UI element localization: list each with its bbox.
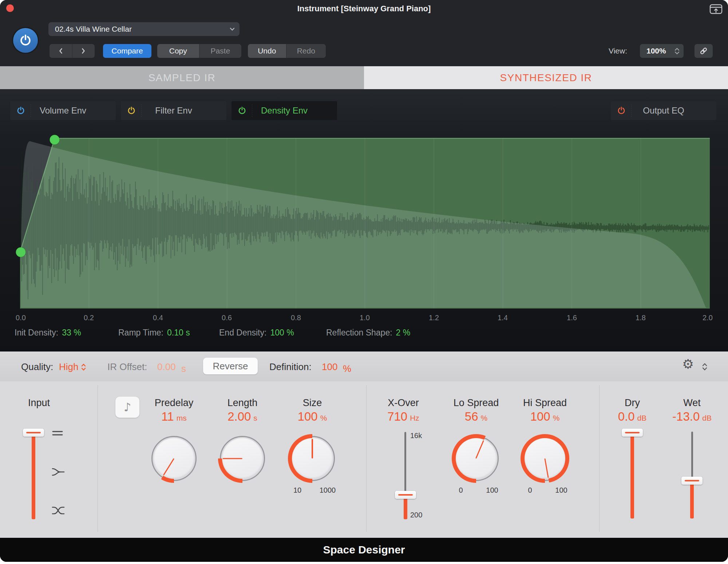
volume-env-label: Volume Env xyxy=(40,106,86,116)
ir-offset-value[interactable]: 0.00 xyxy=(157,361,176,373)
quality-value[interactable]: High xyxy=(59,361,78,373)
input-slider-track[interactable] xyxy=(32,436,35,519)
plugin-power-button[interactable] xyxy=(13,28,38,53)
hi-spread-knob[interactable] xyxy=(521,434,569,483)
x-tick: 0.8 xyxy=(291,314,301,322)
xover-max-label: 16k xyxy=(410,432,422,440)
preset-nav-group xyxy=(50,44,95,58)
settings-stepper-icon[interactable] xyxy=(702,362,708,371)
reverse-button[interactable]: Reverse xyxy=(203,358,258,374)
input-label: Input xyxy=(28,397,50,409)
filter-env-button[interactable]: Filter Env xyxy=(121,101,226,120)
redo-button[interactable]: Redo xyxy=(286,44,326,58)
ramp-time-readout[interactable]: Ramp Time: 0.10 s xyxy=(118,328,190,338)
wet-label: Wet xyxy=(683,397,701,409)
tempo-sync-button[interactable]: ♪ xyxy=(115,397,139,418)
volume-env-button[interactable]: Volume Env xyxy=(10,101,116,120)
lo-spread-value[interactable]: 56 % xyxy=(465,410,487,424)
predelay-value[interactable]: 11 ms xyxy=(161,410,186,424)
dry-slider-track[interactable] xyxy=(630,436,634,519)
ramp-time-handle[interactable] xyxy=(50,135,60,145)
power-icon xyxy=(19,33,32,47)
input-slider-handle[interactable] xyxy=(23,429,44,437)
predelay-knob[interactable] xyxy=(150,434,198,483)
lo-spread-max-label: 100 xyxy=(486,486,498,495)
paste-button[interactable]: Paste xyxy=(199,44,242,58)
preset-name: 02.4s Villa Wine Cellar xyxy=(55,25,132,33)
hi-spread-value[interactable]: 100 % xyxy=(530,410,560,424)
output-eq-button[interactable]: Output EQ xyxy=(611,101,716,120)
copy-button[interactable]: Copy xyxy=(157,44,199,58)
divider xyxy=(31,104,31,117)
density-env-button[interactable]: Density Env xyxy=(232,101,337,120)
dry-value[interactable]: 0.0 dB xyxy=(618,410,647,424)
x-tick: 0.2 xyxy=(84,314,94,322)
power-icon xyxy=(16,106,25,115)
dry-slider-handle[interactable] xyxy=(622,429,643,437)
tab-sampled-ir[interactable]: SAMPLED IR xyxy=(0,66,364,89)
view-zoom-value: 100% xyxy=(646,47,666,55)
lo-spread-label: Lo Spread xyxy=(454,397,499,409)
footer-bar: Space Designer xyxy=(0,538,728,562)
definition-value[interactable]: 100 xyxy=(322,361,337,373)
wet-value[interactable]: -13.0 dB xyxy=(672,410,712,424)
divider xyxy=(599,385,600,532)
dry-label: Dry xyxy=(625,397,640,409)
x-tick: 0.0 xyxy=(16,314,26,322)
size-knob[interactable] xyxy=(288,434,337,483)
undo-button[interactable]: Undo xyxy=(248,44,286,58)
xover-label: X-Over xyxy=(388,397,419,409)
copy-paste-group: Copy Paste xyxy=(157,44,241,58)
next-preset-button[interactable] xyxy=(72,44,95,58)
crossfeed-input-icon[interactable] xyxy=(51,506,66,515)
hi-spread-min-label: 0 xyxy=(528,486,532,495)
view-zoom-stepper[interactable]: 100% xyxy=(640,44,684,58)
size-label: Size xyxy=(303,397,322,409)
link-button[interactable] xyxy=(695,44,713,58)
envelope-display-region: Volume Env Filter Env Density Env Output… xyxy=(0,89,728,351)
ir-offset-unit: s xyxy=(181,363,186,374)
power-icon xyxy=(127,106,136,115)
ir-envelope-chart[interactable] xyxy=(0,89,728,351)
x-tick: 1.2 xyxy=(429,314,439,322)
x-tick: 0.4 xyxy=(153,314,163,322)
lo-spread-knob[interactable] xyxy=(452,434,500,483)
x-tick: 1.4 xyxy=(498,314,508,322)
length-value[interactable]: 2.00 s xyxy=(228,410,257,424)
quality-label: Quality: xyxy=(21,361,53,373)
tab-synthesized-ir[interactable]: SYNTHESIZED IR xyxy=(364,66,728,89)
hi-spread-label: Hi Spread xyxy=(523,397,567,409)
divider xyxy=(252,104,252,117)
x-tick: 1.0 xyxy=(360,314,370,322)
gear-icon[interactable]: ⚙ xyxy=(682,357,694,372)
wet-slider-fill[interactable] xyxy=(690,483,694,519)
merge-input-icon[interactable] xyxy=(51,467,66,477)
space-designer-window: Instrument [Steinway Grand Piano] 02.4s … xyxy=(0,0,728,562)
preset-dropdown[interactable]: 02.4s Villa Wine Cellar xyxy=(48,22,240,36)
compare-button[interactable]: Compare xyxy=(103,44,151,58)
predelay-label: Predelay xyxy=(155,397,194,409)
end-density-readout[interactable]: End Density: 100 % xyxy=(219,328,294,338)
size-value[interactable]: 100 % xyxy=(298,410,327,424)
length-knob[interactable] xyxy=(218,434,267,483)
xover-value[interactable]: 710 Hz xyxy=(387,410,419,424)
note-icon: ♪ xyxy=(124,400,131,414)
size-min-label: 10 xyxy=(293,486,301,495)
wet-slider-handle[interactable] xyxy=(681,477,703,485)
init-density-readout[interactable]: Init Density: 33 % xyxy=(15,328,81,338)
ir-offset-label: IR Offset: xyxy=(107,361,147,373)
power-icon xyxy=(237,106,247,115)
init-density-handle[interactable] xyxy=(16,247,26,257)
chain-link-icon xyxy=(699,46,708,56)
wet-slider-track[interactable] xyxy=(691,432,693,478)
stereo-input-icon[interactable] xyxy=(51,429,66,438)
reflection-shape-readout[interactable]: Reflection Shape: 2 % xyxy=(326,328,410,338)
definition-label: Definition: xyxy=(269,361,312,373)
quality-stepper-icon[interactable] xyxy=(81,363,86,371)
previous-preset-button[interactable] xyxy=(50,44,72,58)
popout-window-icon[interactable] xyxy=(709,3,723,15)
divider xyxy=(98,385,98,532)
xover-slider-handle[interactable] xyxy=(395,491,416,499)
x-tick: 0.6 xyxy=(222,314,232,322)
controls-region: Input ♪ Predelay 11 ms Length 2.00 s xyxy=(0,381,728,538)
